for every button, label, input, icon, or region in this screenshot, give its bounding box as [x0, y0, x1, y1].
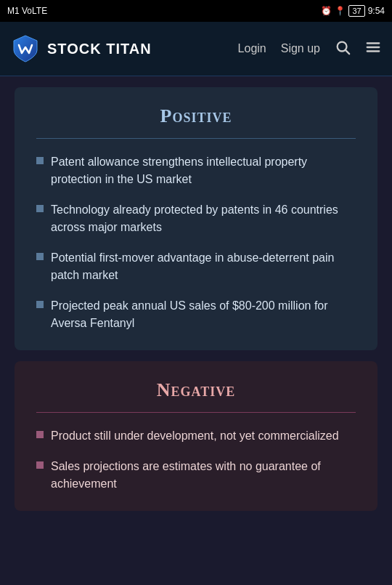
bullet-icon [36, 301, 44, 308]
bullet-text: Projected peak annual US sales of $80-20… [51, 297, 356, 332]
bullet-text: Patent allowance strengthens intellectua… [51, 153, 356, 188]
search-icon[interactable] [335, 39, 351, 59]
status-right: ⏰ 📍 37 9:54 [321, 6, 385, 16]
carrier-label: M1 VoLTE [7, 6, 47, 16]
negative-divider [36, 412, 356, 413]
bullet-text: Sales projections are estimates with no … [51, 458, 356, 493]
status-bar: M1 VoLTE ⏰ 📍 37 9:54 [0, 0, 392, 22]
list-item: Sales projections are estimates with no … [36, 458, 356, 493]
bullet-icon [36, 253, 44, 260]
time-label: 9:54 [368, 6, 385, 16]
login-link[interactable]: Login [238, 42, 266, 55]
bullet-icon [36, 431, 44, 438]
bullet-icon [36, 205, 44, 212]
list-item: Potential first-mover advantage in abuse… [36, 249, 356, 284]
negative-section: Negative Product still under development… [15, 361, 377, 511]
bullet-text: Potential first-mover advantage in abuse… [51, 249, 356, 284]
list-item: Patent allowance strengthens intellectua… [36, 153, 356, 188]
logo-icon [11, 34, 40, 63]
negative-bullet-list: Product still under development, not yet… [36, 427, 356, 493]
positive-divider [36, 138, 356, 139]
negative-title: Negative [36, 379, 356, 401]
status-left: M1 VoLTE [7, 6, 47, 16]
list-item: Technology already protected by patents … [36, 201, 356, 236]
nav-links: Login Sign up [238, 39, 381, 59]
svg-line-1 [346, 50, 349, 54]
list-item: Projected peak annual US sales of $80-20… [36, 297, 356, 332]
header: STOCK TITAN Login Sign up [0, 22, 392, 76]
positive-section: Positive Patent allowance strengthens in… [15, 87, 377, 350]
positive-bullet-list: Patent allowance strengthens intellectua… [36, 153, 356, 332]
bullet-icon [36, 157, 44, 164]
location-icon: 📍 [335, 6, 346, 16]
alarm-icon: ⏰ [321, 6, 332, 16]
list-item: Product still under development, not yet… [36, 427, 356, 445]
bullet-icon [36, 461, 44, 469]
signup-link[interactable]: Sign up [281, 42, 320, 55]
menu-icon[interactable] [365, 39, 381, 59]
logo-text: STOCK TITAN [47, 41, 152, 57]
bullet-text: Product still under development, not yet… [51, 427, 339, 445]
bullet-text: Technology already protected by patents … [51, 201, 356, 236]
content-area: Positive Patent allowance strengthens in… [0, 76, 392, 585]
battery-indicator: 37 [348, 6, 364, 16]
positive-title: Positive [36, 105, 356, 127]
logo-area: STOCK TITAN [11, 34, 152, 63]
